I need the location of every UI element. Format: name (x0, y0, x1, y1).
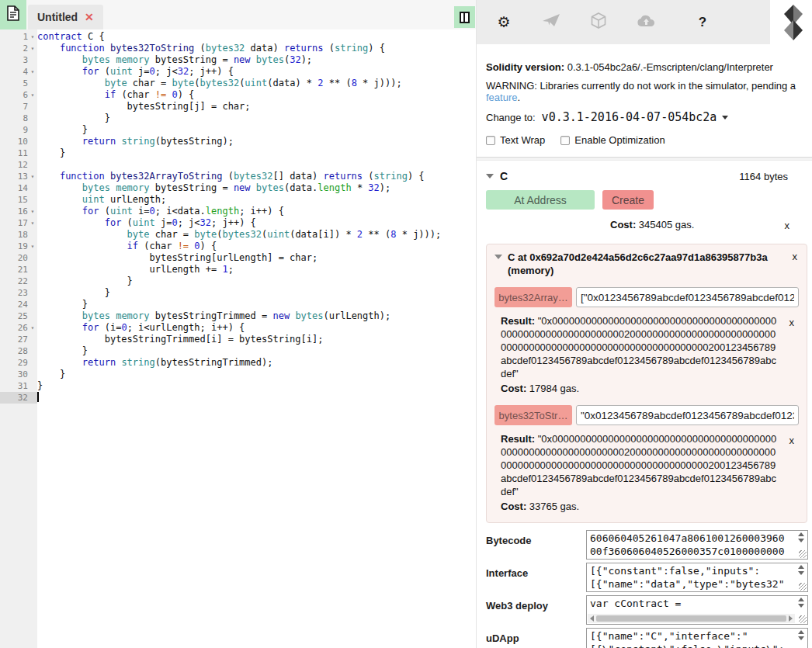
function-call-button[interactable]: bytes32ToStr… (494, 405, 572, 425)
tab-untitled[interactable]: Untitled ✕ (28, 5, 103, 29)
code-line-26[interactable]: for (i=0; i<urlLength; i++) { (37, 322, 476, 334)
code-line-12[interactable] (37, 159, 476, 171)
code-line-5[interactable]: byte char = byte(bytes32(uint(data) * 2 … (37, 78, 476, 89)
code-line-29[interactable]: return string(bytesStringTrimmed); (37, 357, 476, 369)
code-line-32[interactable] (37, 392, 476, 404)
horizontal-scrollbar[interactable] (588, 614, 795, 623)
code-line-7[interactable]: bytesString[j] = char; (37, 101, 476, 113)
resize-grip-icon[interactable] (799, 550, 807, 558)
code-line-18[interactable]: byte char = byte(bytes32(uint(data[i]) *… (37, 229, 476, 241)
resize-grip-icon[interactable] (799, 583, 807, 591)
editor-code[interactable]: contract C { function bytes32ToString (b… (37, 31, 476, 404)
spinner-up-icon[interactable] (798, 598, 804, 601)
fold-caret-icon[interactable]: ▾ (28, 322, 37, 334)
help-icon[interactable]: ? (694, 15, 711, 30)
code-line-27[interactable]: bytesStringTrimmed[i] = bytesString[i]; (37, 334, 476, 345)
code-line-19[interactable]: if (char != 0) { (37, 241, 476, 252)
fold-caret-icon[interactable]: ▾ (28, 241, 37, 252)
code-line-15[interactable]: uint urlLength; (37, 194, 476, 206)
scrollbar-thumb[interactable] (596, 615, 786, 622)
function-call-button[interactable]: bytes32Array… (494, 287, 572, 307)
scrollbar-spinner[interactable] (796, 565, 806, 575)
fold-caret-icon[interactable]: ▾ (28, 206, 37, 217)
spinner-up-icon[interactable] (798, 630, 804, 634)
toggle-panel-button[interactable] (454, 6, 475, 28)
resize-grip-icon[interactable] (799, 615, 807, 623)
checkbox-icon[interactable] (486, 136, 495, 145)
code-line-10[interactable]: return string(bytesString); (37, 136, 476, 147)
at-address-button[interactable]: At Address (486, 190, 595, 210)
detail-textarea[interactable]: [{"constant":false,"inputs": [{"name":"d… (586, 563, 808, 592)
code-line-30[interactable]: } (37, 369, 476, 380)
close-result-icon[interactable]: x (789, 316, 795, 329)
new-file-button[interactable] (0, 0, 26, 29)
code-line-4[interactable]: for (uint j=0; j<32; j++) { (37, 66, 476, 78)
detail-textarea[interactable]: 606060405261047a8061001260003960 00f3606… (586, 530, 808, 560)
code-line-14[interactable]: bytes memory bytesString = new bytes(dat… (37, 182, 476, 194)
package-cube-icon[interactable] (590, 12, 607, 32)
code-line-13[interactable]: function bytes32ArrayToString (bytes32[]… (37, 171, 476, 182)
option-text-wrap[interactable]: Text Wrap (486, 134, 545, 146)
feature-link[interactable]: feature (486, 92, 517, 103)
change-to-label: Change to: (486, 112, 536, 123)
detail-textarea[interactable]: [{"name":"C","interface":" [{\"constant\… (586, 628, 808, 648)
spinner-down-icon[interactable] (798, 636, 804, 640)
close-cost-icon[interactable]: x (785, 220, 790, 231)
code-line-25[interactable]: bytes memory bytesStringTrimmed = new by… (37, 310, 476, 322)
scroll-right-icon[interactable] (789, 615, 793, 622)
code-line-20[interactable]: bytesString[urlLength] = char; (37, 252, 476, 264)
code-line-22[interactable]: } (37, 275, 476, 287)
gutter-line-9: 9 (0, 124, 37, 136)
cloud-upload-icon[interactable] (637, 15, 654, 30)
line-number: 30 (18, 369, 28, 380)
spinner-up-icon[interactable] (798, 532, 804, 536)
version-select[interactable]: Change to: v0.3.1-2016-04-07-054bc2a (486, 110, 812, 124)
code-line-6[interactable]: if (char != 0) { (37, 89, 476, 101)
option-enable-optimization[interactable]: Enable Optimization (560, 134, 665, 146)
fold-caret-icon[interactable]: ▾ (28, 171, 37, 182)
code-line-16[interactable]: for (uint i=0; i<data.length; i++) { (37, 206, 476, 217)
spinner-down-icon[interactable] (798, 571, 804, 575)
code-line-24[interactable]: } (37, 299, 476, 310)
contract-size: 1164 bytes (739, 171, 788, 182)
code-line-21[interactable]: urlLength += 1; (37, 264, 476, 275)
close-result-icon[interactable]: x (789, 434, 795, 447)
code-line-28[interactable]: } (37, 345, 476, 357)
scroll-left-icon[interactable] (590, 615, 594, 622)
contract-collapse-icon[interactable] (486, 174, 494, 178)
create-button[interactable]: Create (602, 190, 654, 210)
function-args-input[interactable] (576, 287, 799, 307)
code-editor[interactable]: 1▾2▾34▾56▾78910111213▾141516▾17▾1819▾202… (0, 29, 476, 648)
code-line-17[interactable]: for (uint j=0; j<32; j++) { (37, 217, 476, 229)
section-divider (477, 157, 812, 161)
fold-caret-icon[interactable]: ▾ (28, 31, 37, 43)
code-line-9[interactable]: } (37, 124, 476, 136)
publish-plane-icon[interactable] (543, 14, 560, 30)
scrollbar-spinner[interactable] (796, 598, 806, 608)
code-line-31[interactable]: } (37, 380, 476, 392)
close-instance-icon[interactable]: x (793, 251, 798, 262)
code-line-1[interactable]: contract C { (37, 31, 476, 43)
spinner-up-icon[interactable] (798, 565, 804, 569)
fold-caret-icon[interactable]: ▾ (28, 66, 37, 78)
checkbox-icon[interactable] (560, 136, 570, 145)
code-line-3[interactable]: bytes memory bytesString = new bytes(32)… (37, 54, 476, 66)
scrollbar-spinner[interactable] (796, 532, 806, 542)
spinner-down-icon[interactable] (798, 539, 804, 542)
code-line-11[interactable]: } (37, 147, 476, 159)
gutter-line-12: 12 (0, 159, 37, 171)
fold-caret-icon[interactable]: ▾ (28, 217, 37, 229)
spinner-down-icon[interactable] (798, 604, 804, 608)
code-line-2[interactable]: function bytes32ToString (bytes32 data) … (37, 43, 476, 54)
fold-caret-icon[interactable]: ▾ (28, 43, 37, 54)
scrollbar-spinner[interactable] (796, 630, 806, 640)
settings-gear-icon[interactable]: ⚙ (495, 15, 512, 30)
code-line-8[interactable]: } (37, 113, 476, 124)
code-line-23[interactable]: } (37, 287, 476, 299)
fold-caret-icon[interactable]: ▾ (28, 89, 37, 101)
tab-close-icon[interactable]: ✕ (85, 11, 94, 23)
instance-collapse-icon[interactable] (494, 255, 502, 259)
function-args-input[interactable] (576, 405, 799, 425)
detail-textarea[interactable]: var cContract = (586, 595, 808, 625)
line-number: 16 (18, 206, 28, 217)
